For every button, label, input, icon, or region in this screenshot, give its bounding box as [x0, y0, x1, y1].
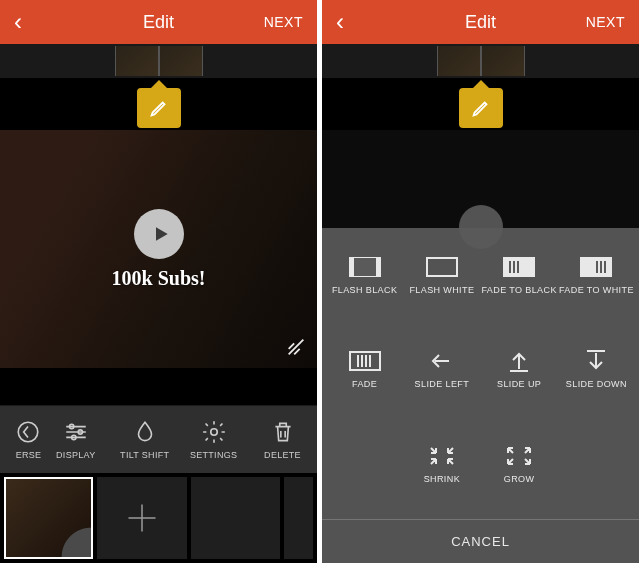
svg-rect-6 [354, 258, 376, 276]
transition-label: FADE [352, 379, 377, 389]
clip-thumbnail[interactable] [4, 477, 93, 559]
transition-slide-left[interactable]: SLIDE LEFT [403, 330, 480, 408]
fade-icon [348, 349, 382, 373]
droplet-icon [132, 419, 158, 445]
transition-slide-down[interactable]: SLIDE DOWN [558, 330, 635, 408]
transition-slide-up[interactable]: SLIDE UP [481, 330, 558, 408]
fade-white-icon [579, 255, 613, 279]
transition-label: SLIDE DOWN [566, 379, 627, 389]
reverse-icon [15, 419, 41, 445]
pencil-icon [470, 97, 492, 119]
transition-flash-black[interactable]: FLASH BLACK [326, 236, 403, 314]
next-button[interactable]: NEXT [586, 14, 625, 30]
shrink-icon [425, 444, 459, 468]
sliders-icon [63, 419, 89, 445]
next-button[interactable]: NEXT [264, 14, 303, 30]
tool-label: TILT SHIFT [120, 450, 169, 460]
transition-fade-to-white[interactable]: FADE TO WHITE [558, 236, 635, 314]
svg-point-0 [19, 422, 39, 442]
transition-label: SLIDE UP [497, 379, 541, 389]
transition-empty [558, 425, 635, 503]
timeline-clip[interactable] [159, 46, 203, 76]
header: ‹ Edit NEXT [322, 0, 639, 44]
transition-grow[interactable]: GROW [481, 425, 558, 503]
transition-flash-white[interactable]: FLASH WHITE [403, 236, 480, 314]
trash-icon [270, 419, 296, 445]
play-button[interactable] [134, 209, 184, 259]
svg-point-4 [210, 429, 217, 436]
back-button[interactable]: ‹ [14, 8, 22, 36]
transitions-panel: FLASH BLACK FLASH WHITE FADE TO BLACK FA… [322, 228, 639, 563]
transition-shrink[interactable]: SHRINK [403, 425, 480, 503]
transitions-grid: FLASH BLACK FLASH WHITE FADE TO BLACK FA… [322, 228, 639, 519]
edit-toolbar: ERSE DISPLAY TILT SHIFT SETTINGS DELETE [0, 405, 317, 473]
arrow-down-icon [579, 349, 613, 373]
header-title: Edit [143, 12, 174, 33]
timeline-clip[interactable] [115, 46, 159, 76]
tool-label: ERSE [16, 450, 42, 460]
edit-clip-button[interactable] [137, 88, 181, 128]
clip-slot-empty[interactable] [191, 477, 280, 559]
cancel-button[interactable]: CANCEL [322, 519, 639, 563]
settings-button[interactable]: SETTINGS [179, 406, 248, 473]
grow-icon [502, 444, 536, 468]
transition-empty [326, 425, 403, 503]
play-icon [151, 224, 171, 244]
timeline[interactable] [0, 44, 317, 78]
delete-button[interactable]: DELETE [248, 406, 317, 473]
tiltshift-button[interactable]: TILT SHIFT [110, 406, 179, 473]
transition-label: GROW [504, 474, 535, 484]
tool-label: DISPLAY [56, 450, 95, 460]
header-title: Edit [465, 12, 496, 33]
transition-fade[interactable]: FADE [326, 330, 403, 408]
arrow-left-icon [425, 349, 459, 373]
add-clip-button[interactable] [97, 477, 186, 559]
transition-label: SHRINK [424, 474, 460, 484]
video-overlay-text: 100k Subs! [112, 267, 206, 290]
transition-label: FLASH BLACK [332, 285, 397, 295]
video-preview[interactable]: 100k Subs! [0, 130, 317, 368]
header: ‹ Edit NEXT [0, 0, 317, 44]
arrow-up-icon [502, 349, 536, 373]
transition-label: FADE TO WHITE [559, 285, 634, 295]
transition-label: FADE TO BLACK [481, 285, 556, 295]
expand-icon [285, 336, 307, 358]
display-button[interactable]: DISPLAY [41, 406, 110, 473]
flash-white-icon [425, 255, 459, 279]
transition-label: SLIDE LEFT [415, 379, 470, 389]
clip-tray [0, 473, 317, 563]
fullscreen-button[interactable] [285, 336, 307, 358]
gear-icon [201, 419, 227, 445]
svg-rect-7 [427, 258, 457, 276]
flash-black-icon [348, 255, 382, 279]
reverse-button[interactable]: ERSE [0, 406, 41, 473]
fade-black-icon [502, 255, 536, 279]
plus-icon [124, 500, 160, 536]
transition-label: FLASH WHITE [409, 285, 474, 295]
transition-fade-to-black[interactable]: FADE TO BLACK [481, 236, 558, 314]
editor-screen-main: ‹ Edit NEXT 100k Subs! ERSE [0, 0, 317, 563]
editor-screen-transitions: ‹ Edit NEXT FLASH BLACK FLASH WHITE [322, 0, 639, 563]
timeline-clip[interactable] [481, 46, 525, 76]
timeline-clip[interactable] [437, 46, 481, 76]
back-button[interactable]: ‹ [336, 8, 344, 36]
speaker-icon [72, 534, 87, 553]
timeline[interactable] [322, 44, 639, 78]
tool-label: SETTINGS [190, 450, 237, 460]
edit-clip-button[interactable] [459, 88, 503, 128]
pencil-icon [148, 97, 170, 119]
clip-slot-empty[interactable] [284, 477, 313, 559]
tool-label: DELETE [264, 450, 301, 460]
